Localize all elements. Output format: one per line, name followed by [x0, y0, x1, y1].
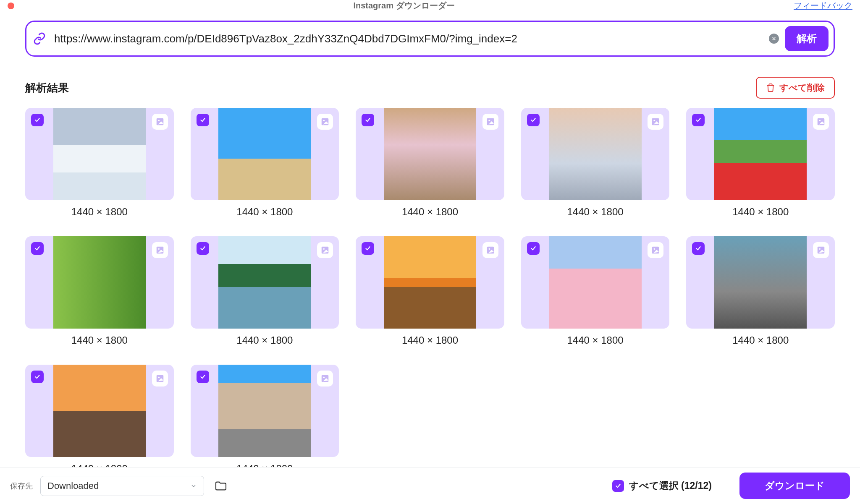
- check-icon: [199, 245, 206, 252]
- item-checkbox[interactable]: [31, 242, 44, 255]
- svg-rect-22: [322, 375, 329, 382]
- check-icon: [530, 117, 537, 123]
- svg-point-11: [158, 248, 160, 250]
- result-card: 1440 × 1800: [191, 108, 339, 218]
- image-icon: [155, 374, 165, 383]
- image-icon: [320, 117, 330, 126]
- check-icon: [199, 373, 206, 380]
- thumbnail-image: [53, 365, 146, 457]
- dimension-label: 1440 × 1800: [356, 206, 504, 218]
- svg-rect-0: [156, 118, 163, 125]
- bottom-bar: 保存先 Downloaded すべて選択 (12/12) ダウンロード: [0, 467, 860, 475]
- window-close-dot[interactable]: [8, 3, 14, 9]
- item-checkbox[interactable]: [527, 114, 540, 126]
- svg-rect-8: [818, 118, 825, 125]
- thumbnail[interactable]: [191, 365, 339, 457]
- thumbnail[interactable]: [686, 108, 835, 200]
- thumbnail-image: [714, 236, 807, 329]
- thumbnail-image: [218, 365, 311, 457]
- image-icon: [816, 245, 826, 255]
- analyze-button[interactable]: 解析: [785, 26, 829, 51]
- result-card: 1440 × 1800: [191, 236, 339, 346]
- check-icon: [695, 245, 702, 252]
- item-checkbox[interactable]: [527, 242, 540, 255]
- media-type-badge: [317, 242, 333, 258]
- thumbnail-image: [714, 108, 807, 200]
- media-type-badge: [813, 242, 829, 258]
- thumbnail-image: [549, 236, 642, 329]
- item-checkbox[interactable]: [692, 242, 705, 255]
- url-input[interactable]: [53, 32, 763, 46]
- thumbnail-image: [53, 236, 146, 329]
- result-card: 1440 × 1800: [686, 108, 835, 218]
- link-icon: [31, 32, 47, 45]
- trash-icon: [766, 83, 775, 92]
- svg-point-17: [654, 248, 655, 250]
- thumbnail-image: [218, 108, 311, 200]
- thumbnail[interactable]: [191, 236, 339, 329]
- item-checkbox[interactable]: [197, 114, 209, 126]
- thumbnail[interactable]: [25, 365, 174, 457]
- thumbnail[interactable]: [521, 108, 670, 200]
- thumbnail[interactable]: [25, 236, 174, 329]
- svg-point-21: [158, 376, 160, 378]
- clear-input-button[interactable]: [769, 34, 779, 44]
- image-icon: [651, 245, 660, 255]
- svg-point-9: [819, 120, 821, 121]
- check-icon: [34, 245, 41, 252]
- thumbnail[interactable]: [356, 236, 504, 329]
- download-button[interactable]: ダウンロード: [739, 473, 850, 475]
- item-checkbox[interactable]: [31, 114, 44, 126]
- thumbnail-image: [218, 236, 311, 329]
- thumbnail-image: [53, 108, 146, 200]
- media-type-badge: [317, 371, 333, 386]
- delete-all-button[interactable]: すべて削除: [756, 77, 835, 99]
- thumbnail[interactable]: [521, 236, 670, 329]
- dimension-label: 1440 × 1800: [686, 206, 835, 218]
- thumbnail[interactable]: [686, 236, 835, 329]
- result-card: 1440 × 1800: [521, 236, 670, 346]
- result-card: 1440 × 1800: [686, 236, 835, 346]
- dimension-label: 1440 × 1800: [191, 206, 339, 218]
- check-icon: [530, 245, 537, 252]
- svg-rect-20: [156, 375, 163, 382]
- result-card: 1440 × 1800: [191, 365, 339, 475]
- svg-point-13: [323, 248, 325, 250]
- thumbnail[interactable]: [356, 108, 504, 200]
- dimension-label: 1440 × 1800: [686, 334, 835, 346]
- item-checkbox[interactable]: [197, 371, 209, 383]
- check-icon: [34, 373, 41, 380]
- image-icon: [816, 117, 826, 126]
- item-checkbox[interactable]: [31, 371, 44, 383]
- result-card: 1440 × 1800: [356, 108, 504, 218]
- item-checkbox[interactable]: [197, 242, 209, 255]
- svg-rect-18: [818, 247, 825, 254]
- thumbnail[interactable]: [191, 108, 339, 200]
- image-icon: [155, 117, 165, 126]
- dimension-label: 1440 × 1800: [25, 334, 174, 346]
- results-title: 解析結果: [25, 81, 69, 95]
- item-checkbox[interactable]: [362, 114, 374, 126]
- svg-point-15: [488, 248, 490, 250]
- dimension-label: 1440 × 1800: [521, 334, 670, 346]
- media-type-badge: [813, 114, 829, 130]
- image-icon: [486, 245, 495, 255]
- item-checkbox[interactable]: [362, 242, 374, 255]
- svg-rect-10: [156, 247, 163, 254]
- media-type-badge: [152, 114, 168, 130]
- thumbnail[interactable]: [25, 108, 174, 200]
- svg-point-5: [488, 120, 490, 121]
- url-input-row: 解析: [25, 21, 835, 57]
- result-card: 1440 × 1800: [25, 108, 174, 218]
- item-checkbox[interactable]: [692, 114, 705, 126]
- feedback-link[interactable]: フィードバック: [794, 0, 852, 11]
- image-icon: [320, 374, 330, 383]
- dimension-label: 1440 × 1800: [356, 334, 504, 346]
- result-card: 1440 × 1800: [25, 236, 174, 346]
- svg-rect-12: [322, 247, 329, 254]
- check-icon: [695, 117, 702, 123]
- thumbnail-image: [384, 108, 476, 200]
- media-type-badge: [152, 371, 168, 386]
- result-card: 1440 × 1800: [25, 365, 174, 475]
- svg-rect-16: [652, 247, 659, 254]
